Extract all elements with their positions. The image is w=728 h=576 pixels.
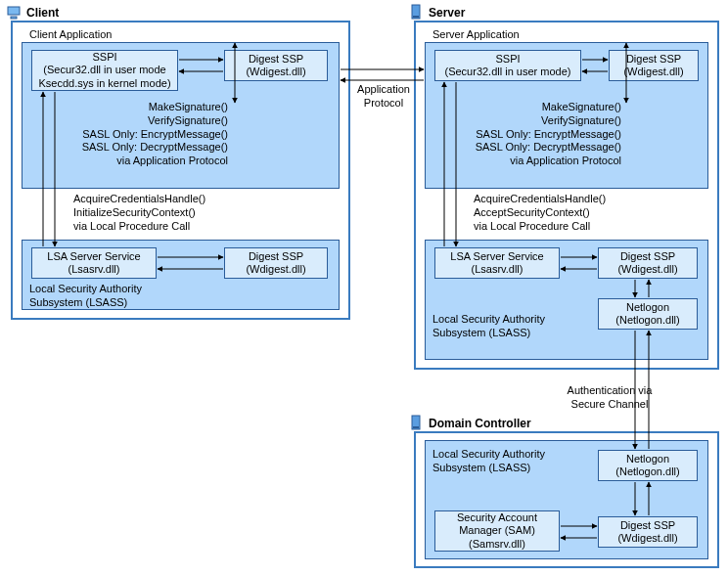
auth-channel-label: Authentication via Secure Channel (556, 384, 663, 412)
client-lsass-t1: Local Security Authority (29, 283, 142, 296)
dc-lsass-title: Local Security Authority Subsystem (LSAS… (432, 448, 545, 475)
server-sig-l2: VerifySignature() (470, 114, 621, 128)
dc-digest: Digest SSP (Wdigest.dll) (598, 516, 698, 548)
dc-sam-n1: Security Account (439, 511, 555, 524)
server-app-digest: Digest SSP (Wdigest.dll) (609, 50, 699, 81)
server-icon (410, 4, 424, 18)
svg-rect-3 (413, 16, 419, 18)
server-netlogon-name: Netlogon (603, 301, 693, 314)
app-protocol-l2: Protocol (354, 97, 413, 111)
svg-rect-0 (8, 7, 20, 15)
client-lsass-digest: Digest SSP (Wdigest.dll) (224, 247, 328, 279)
dc-lsass-t2: Subsystem (LSASS) (432, 462, 545, 475)
server-sspi: SSPI (Secur32.dll in user mode) (434, 50, 581, 81)
client-sspi: SSPI (Secur32.dll in user mode Ksecdd.sy… (31, 50, 178, 91)
dc-netlogon: Netlogon (Netlogon.dll) (598, 450, 698, 481)
server-sspi-name: SSPI (439, 53, 576, 66)
server-cred-l3: via Local Procedure Call (474, 220, 606, 234)
dc-title: Domain Controller (429, 417, 531, 430)
server-sig-l5: via Application Protocol (470, 155, 621, 168)
server-lsass-t2: Subsystem (LSASS) (432, 327, 545, 340)
server-app-title: Server Application (432, 28, 520, 42)
client-sig-l2: VerifySignature() (81, 114, 228, 128)
dc-lsass-t1: Local Security Authority (432, 448, 545, 462)
client-sspi-d2: Ksecdd.sys in kernel mode) (36, 77, 173, 90)
server-cred-l2: AcceptSecurityContext() (474, 206, 606, 220)
server-sig-l1: MakeSignature() (470, 101, 621, 114)
dc-digest-detail: (Wdigest.dll) (603, 532, 693, 545)
server-app-digest-detail: (Wdigest.dll) (614, 66, 694, 78)
client-title: Client (26, 6, 59, 20)
client-sig-l1: MakeSignature() (81, 101, 228, 114)
dc-netlogon-detail: (Netlogon.dll) (603, 465, 693, 478)
server-lsass-title: Local Security Authority Subsystem (LSAS… (432, 313, 545, 340)
server-title: Server (429, 6, 465, 20)
client-sig: MakeSignature() VerifySignature() SASL O… (81, 101, 228, 168)
server-lsass-digest: Digest SSP (Wdigest.dll) (598, 247, 698, 279)
server-sig-l3: SASL Only: EncryptMessage() (470, 128, 621, 142)
client-lsass-title: Local Security Authority Subsystem (LSAS… (29, 283, 142, 310)
app-protocol-label: Application Protocol (354, 83, 413, 111)
server-sspi-detail: (Secur32.dll in user mode) (439, 66, 576, 78)
server-lsa-name: LSA Server Service (439, 250, 555, 263)
server-lsa: LSA Server Service (Lsasrv.dll) (434, 247, 560, 279)
server-lsass-t1: Local Security Authority (432, 313, 545, 327)
client-sig-l5: via Application Protocol (81, 155, 228, 168)
auth-channel-l1: Authentication via (556, 384, 663, 398)
server-sig: MakeSignature() VerifySignature() SASL O… (470, 101, 621, 168)
svg-rect-1 (11, 17, 17, 19)
client-lsass-t2: Subsystem (LSASS) (29, 296, 142, 310)
dc-sam-detail: (Samsrv.dll) (439, 538, 555, 551)
client-sig-l4: SASL Only: DecryptMessage() (81, 141, 228, 155)
server-cred: AcquireCredentialsHandle() AcceptSecurit… (474, 193, 606, 233)
server-lsa-detail: (Lsasrv.dll) (439, 263, 555, 276)
auth-channel-l2: Secure Channel (556, 398, 663, 412)
server-lsass-digest-detail: (Wdigest.dll) (603, 263, 693, 276)
client-sig-l3: SASL Only: EncryptMessage() (81, 128, 228, 142)
client-cred-l3: via Local Procedure Call (73, 220, 205, 234)
client-lsa-name: LSA Server Service (36, 250, 152, 263)
client-sspi-d1: (Secur32.dll in user mode (36, 64, 173, 76)
dc-sam-n2: Manager (SAM) (439, 524, 555, 537)
app-protocol-l1: Application (354, 83, 413, 97)
dc-sam: Security Account Manager (SAM) (Samsrv.d… (434, 510, 560, 552)
client-lsa: LSA Server Service (Lsasrv.dll) (31, 247, 157, 279)
server-sig-l4: SASL Only: DecryptMessage() (470, 141, 621, 155)
svg-rect-5 (413, 426, 419, 428)
dc-digest-name: Digest SSP (603, 519, 693, 532)
server-app-digest-name: Digest SSP (614, 53, 694, 66)
client-app-digest-name: Digest SSP (229, 53, 323, 66)
server-cred-l1: AcquireCredentialsHandle() (474, 193, 606, 206)
server-netlogon-detail: (Netlogon.dll) (603, 314, 693, 327)
client-sspi-name: SSPI (36, 51, 173, 64)
client-lsass-digest-name: Digest SSP (229, 250, 323, 263)
dc-icon (410, 415, 424, 428)
client-lsass-digest-detail: (Wdigest.dll) (229, 263, 323, 276)
server-netlogon: Netlogon (Netlogon.dll) (598, 298, 698, 330)
server-lsass-digest-name: Digest SSP (603, 250, 693, 263)
client-icon (7, 6, 21, 20)
client-cred-l2: InitializeSecurityContext() (73, 206, 205, 220)
client-cred-l1: AcquireCredentialsHandle() (73, 193, 205, 206)
client-app-title: Client Application (29, 28, 112, 42)
client-app-digest-detail: (Wdigest.dll) (229, 66, 323, 78)
client-lsa-detail: (Lsasrv.dll) (36, 263, 152, 276)
client-cred: AcquireCredentialsHandle() InitializeSec… (73, 193, 205, 233)
client-app-digest: Digest SSP (Wdigest.dll) (224, 50, 328, 81)
dc-netlogon-name: Netlogon (603, 453, 693, 465)
